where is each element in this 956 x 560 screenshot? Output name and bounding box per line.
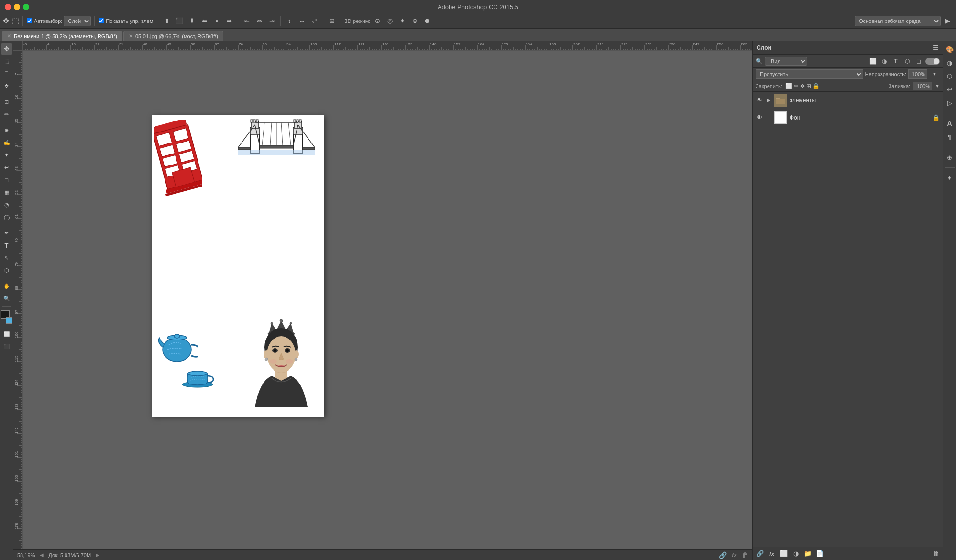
- lock-pixels-icon[interactable]: ⬜: [785, 83, 792, 89]
- history-icon[interactable]: ↩: [945, 84, 955, 95]
- ruler-corner: [13, 41, 23, 51]
- show-transform-checkbox[interactable]: [99, 18, 104, 23]
- add-style-btn[interactable]: fx: [767, 549, 777, 559]
- blur-tool-btn[interactable]: ◔: [1, 199, 12, 210]
- add-layer-btn[interactable]: 📄: [814, 549, 825, 559]
- move-tool-btn[interactable]: ✥: [1, 43, 12, 55]
- tab-0-close[interactable]: ✕: [7, 33, 11, 39]
- eraser-tool-btn[interactable]: ◻: [1, 174, 12, 186]
- filter-smart-icon[interactable]: ◻: [914, 56, 923, 66]
- align-bottom-icon[interactable]: ⬇: [187, 16, 197, 26]
- blend-mode-dropdown[interactable]: Пропустить: [756, 69, 863, 79]
- paragraph-icon[interactable]: ¶: [945, 132, 955, 142]
- tab-1-close[interactable]: ✕: [129, 33, 132, 39]
- arrange-icon[interactable]: ⊞: [327, 16, 337, 26]
- layers-menu-icon[interactable]: ☰: [933, 44, 939, 52]
- background-color-swatch[interactable]: [6, 317, 12, 324]
- tab-1[interactable]: ✕ 05-01.jpg @ 66,7% (мост, RGB/8#): [123, 31, 223, 41]
- screen-mode-btn[interactable]: ⬛: [1, 340, 12, 352]
- filter-type-icon[interactable]: T: [891, 56, 901, 66]
- hand-tool-btn[interactable]: ✋: [1, 280, 12, 292]
- workspace-dropdown[interactable]: Основная рабочая среда: [855, 16, 941, 26]
- fill-input[interactable]: [913, 82, 932, 90]
- dist-hcenter-icon[interactable]: ↔: [297, 16, 307, 26]
- autoselect-checkbox[interactable]: [27, 18, 32, 23]
- align-top-icon[interactable]: ⬆: [162, 16, 172, 26]
- brush-tool-btn[interactable]: ✍: [1, 137, 12, 148]
- crop-tool-btn[interactable]: ⊡: [1, 96, 12, 108]
- history-brush-tool-btn[interactable]: ↩: [1, 162, 12, 173]
- color-icon[interactable]: 🎨: [945, 44, 955, 55]
- lock-move-icon[interactable]: ✥: [800, 83, 805, 89]
- actions-icon[interactable]: ▷: [945, 98, 955, 108]
- align-hcenter-icon[interactable]: ▪: [211, 16, 222, 26]
- quick-mask-btn[interactable]: ⬜: [1, 328, 12, 340]
- filter-shape-icon[interactable]: ⬡: [902, 56, 912, 66]
- dist-horiz-icon[interactable]: ⇄: [309, 16, 319, 26]
- marquee-tool-btn[interactable]: ⬚: [1, 55, 12, 67]
- type-icon[interactable]: A: [945, 118, 955, 129]
- lock-all-icon[interactable]: 🔒: [813, 83, 820, 89]
- fill-chevron[interactable]: ▼: [935, 83, 940, 88]
- workspace-expand-icon[interactable]: ▶: [943, 16, 953, 26]
- lock-artboard-icon[interactable]: ⊞: [806, 83, 811, 89]
- filter-adjustment-icon[interactable]: ◑: [879, 56, 889, 66]
- status-arrow-right[interactable]: ▶: [96, 552, 99, 558]
- threed-icon-5[interactable]: ⏺: [422, 16, 432, 26]
- align-vcenter-icon[interactable]: ⬛: [174, 16, 185, 26]
- distribute-left-icon[interactable]: ⇤: [242, 16, 252, 26]
- eyedropper-tool-btn[interactable]: ✏: [1, 109, 12, 120]
- threed-icon-4[interactable]: ⊕: [409, 16, 420, 26]
- filter-toggle[interactable]: [925, 58, 940, 65]
- status-arrow-left[interactable]: ◀: [40, 552, 44, 558]
- 3d-icon[interactable]: ⊕: [945, 152, 955, 163]
- spot-heal-tool-btn[interactable]: ⊕: [1, 124, 12, 136]
- align-left-icon[interactable]: ⬅: [199, 16, 209, 26]
- text-tool-btn[interactable]: T: [1, 240, 12, 251]
- zoom-tool-btn[interactable]: 🔍: [1, 293, 12, 304]
- autoselect-dropdown[interactable]: Слой: [64, 16, 91, 26]
- layer-vis-background[interactable]: 👁: [756, 114, 763, 121]
- maximize-button[interactable]: [23, 4, 29, 10]
- extra-btn[interactable]: ···: [1, 353, 12, 364]
- canvas-scroll[interactable]: [23, 51, 752, 549]
- align-right-icon[interactable]: ➡: [224, 16, 234, 26]
- threed-icon-2[interactable]: ◎: [385, 16, 395, 26]
- lasso-tool-btn[interactable]: ⌒: [1, 68, 12, 79]
- close-button[interactable]: [5, 4, 11, 10]
- magic-wand-tool-btn[interactable]: ✲: [1, 80, 12, 92]
- styles-icon[interactable]: ⬡: [945, 71, 955, 81]
- tab-0[interactable]: ✕ Без имени-1 @ 58,2% (элементы, RGB/8*): [2, 31, 122, 41]
- add-adjustment-btn[interactable]: ◑: [791, 549, 801, 559]
- add-group-btn[interactable]: 📁: [802, 549, 813, 559]
- adjustments-icon[interactable]: ◑: [945, 57, 955, 68]
- pen-tool-btn[interactable]: ✒: [1, 227, 12, 239]
- layer-item-elements[interactable]: 👁 ▶ элементы: [753, 92, 943, 109]
- opacity-chevron[interactable]: ▼: [929, 69, 940, 79]
- dist-vert-icon[interactable]: ↕: [284, 16, 295, 26]
- paths-icon[interactable]: ✦: [945, 173, 955, 183]
- layers-filter-type[interactable]: Вид: [765, 57, 807, 66]
- minimize-button[interactable]: [14, 4, 20, 10]
- gradient-tool-btn[interactable]: ▦: [1, 187, 12, 198]
- filter-pixel-icon[interactable]: ⬜: [868, 56, 878, 66]
- trash-icon-statusbar[interactable]: 🗑: [742, 551, 748, 559]
- distribute-center-icon[interactable]: ⇔: [254, 16, 264, 26]
- lock-paint-icon[interactable]: ✏: [794, 83, 799, 89]
- threed-icon-3[interactable]: ✦: [397, 16, 407, 26]
- layer-item-background[interactable]: 👁 Фон 🔒: [753, 109, 943, 126]
- path-selection-btn[interactable]: ↖: [1, 252, 12, 264]
- clone-stamp-tool-btn[interactable]: ✦: [1, 149, 12, 161]
- dodge-tool-btn[interactable]: ◯: [1, 211, 12, 223]
- delete-layer-btn[interactable]: 🗑: [930, 549, 941, 559]
- link-layers-btn[interactable]: 🔗: [755, 549, 765, 559]
- fx-icon: fx: [732, 552, 737, 559]
- opacity-input[interactable]: [908, 69, 927, 79]
- svg-point-50: [286, 349, 289, 352]
- shape-tool-btn[interactable]: ⬡: [1, 264, 12, 276]
- distribute-right-icon[interactable]: ⇥: [266, 16, 277, 26]
- layer-expand-elements[interactable]: ▶: [766, 98, 771, 103]
- add-mask-btn[interactable]: ⬜: [779, 549, 789, 559]
- threed-icon-1[interactable]: ⊙: [372, 16, 383, 26]
- layer-vis-elements[interactable]: 👁: [756, 97, 763, 104]
